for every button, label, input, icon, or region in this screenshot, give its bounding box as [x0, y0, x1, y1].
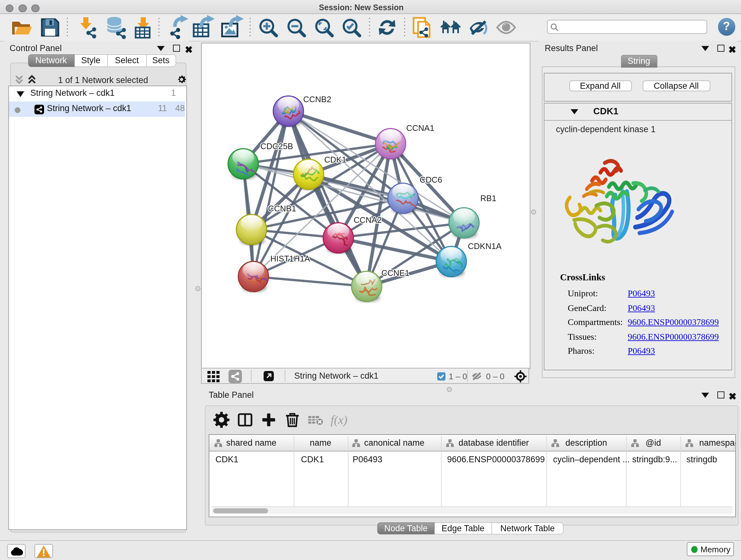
svg-text:CCNE1: CCNE1	[381, 268, 409, 277]
svg-text:CDC6: CDC6	[420, 175, 442, 184]
svg-text:RB1: RB1	[480, 193, 496, 203]
svg-text:CCNA2: CCNA2	[354, 215, 382, 225]
svg-text:CCNA1: CCNA1	[406, 123, 434, 132]
svg-text:CCNB2: CCNB2	[303, 94, 331, 104]
svg-text:CDC25B: CDC25B	[260, 141, 293, 151]
svg-text:f(x): f(x)	[330, 413, 347, 427]
svg-text:CCNB1: CCNB1	[268, 203, 296, 213]
svg-text:CDKN1A: CDKN1A	[468, 241, 502, 251]
svg-text:CDK1: CDK1	[324, 154, 346, 164]
svg-text:HIST1H1A: HIST1H1A	[270, 253, 310, 263]
